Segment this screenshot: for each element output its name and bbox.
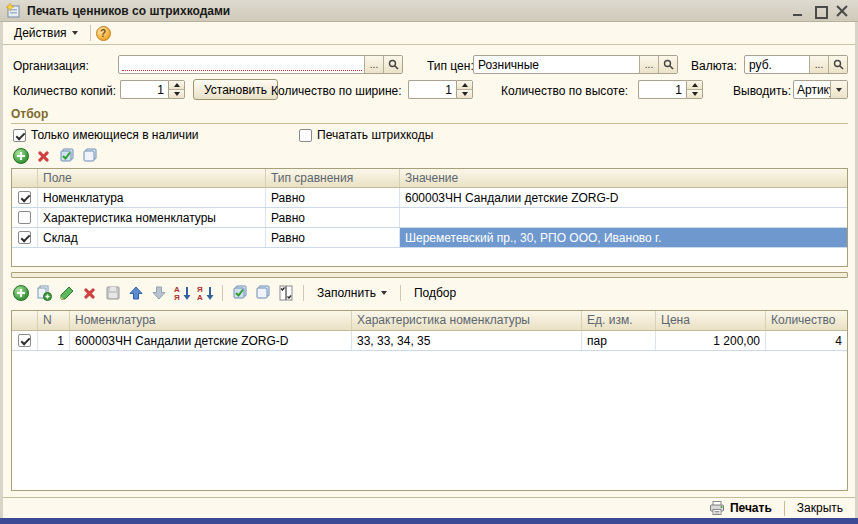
copies-up-icon[interactable] <box>169 81 184 90</box>
close-button[interactable]: Закрыть <box>793 500 847 516</box>
items-characteristic-column-header[interactable]: Характеристика номенклатуры <box>352 311 582 330</box>
print-button[interactable]: Печать <box>705 500 776 516</box>
organization-field[interactable]: ... <box>118 55 403 74</box>
items-table-header: N Номенклатура Характеристика номенклату… <box>12 311 847 331</box>
filter-value-column-header[interactable]: Значение <box>400 169 847 187</box>
copies-down-icon[interactable] <box>169 90 184 98</box>
filter-field-cell[interactable]: Номенклатура <box>38 188 266 207</box>
row-checkbox[interactable] <box>18 231 31 244</box>
only-available-checkbox[interactable] <box>13 129 26 142</box>
price-type-search-icon[interactable] <box>658 56 677 73</box>
maximize-icon[interactable] <box>814 5 826 17</box>
invert-flags-icon[interactable] <box>278 285 294 301</box>
organization-value <box>119 56 364 73</box>
items-unit-cell[interactable]: пар <box>582 331 656 350</box>
form-icon <box>6 3 21 18</box>
menu-separator <box>90 25 91 41</box>
row-checkbox[interactable] <box>18 211 31 224</box>
height-count-stepper[interactable]: 1 <box>638 80 703 99</box>
height-count-label: Количество по высоте: <box>501 84 628 98</box>
width-down-icon[interactable] <box>457 90 472 98</box>
filter-table: Поле Тип сравнения Значение Номенклатура… <box>11 168 848 267</box>
pick-button[interactable]: Подбор <box>410 285 460 301</box>
help-icon[interactable]: ? <box>96 26 111 41</box>
filter-field-cell[interactable]: Характеристика номенклатуры <box>38 208 266 227</box>
output-chevron-down-icon[interactable] <box>830 81 847 98</box>
print-barcodes-checkbox[interactable] <box>299 129 312 142</box>
filter-compare-cell[interactable]: Равно <box>266 188 400 207</box>
minimize-icon[interactable] <box>792 5 804 17</box>
filter-toolbar <box>13 146 98 166</box>
items-n-column-header[interactable]: N <box>38 311 70 330</box>
check-all-icon[interactable] <box>59 148 75 164</box>
width-count-value: 1 <box>408 80 456 99</box>
add-row-icon[interactable] <box>13 148 29 164</box>
add-copy-icon[interactable] <box>36 285 52 301</box>
fill-menu-button[interactable]: Заполнить <box>313 285 391 301</box>
items-unit-column-header[interactable]: Ед. изм. <box>582 311 656 330</box>
items-qty-column-header[interactable]: Количество <box>766 311 847 330</box>
items-flag-column-header[interactable] <box>12 311 38 330</box>
items-qty-cell[interactable]: 4 <box>766 331 847 350</box>
delete-row-icon[interactable] <box>36 148 52 164</box>
check-all-icon[interactable] <box>232 285 248 301</box>
close-icon[interactable] <box>836 5 848 17</box>
currency-search-icon[interactable] <box>828 56 847 73</box>
sort-ascending-icon[interactable]: АЯ <box>174 285 190 301</box>
organization-search-icon[interactable] <box>383 56 402 73</box>
filter-value-cell[interactable]: 600003ЧН Сандалии детские ZORG-D <box>400 188 847 207</box>
filter-value-cell[interactable]: Шереметевский пр., 30, РПО ООО, Иваново … <box>400 228 847 247</box>
set-button[interactable]: Установить <box>193 79 278 100</box>
add-row-icon[interactable] <box>13 285 29 301</box>
items-characteristic-cell[interactable]: 33, 33, 34, 35 <box>352 331 582 350</box>
output-dropdown[interactable]: Артикул <box>793 80 848 99</box>
table-row[interactable]: 1 600003ЧН Сандалии детские ZORG-D 33, 3… <box>12 331 847 351</box>
items-nomenclature-cell[interactable]: 600003ЧН Сандалии детские ZORG-D <box>70 331 352 350</box>
filter-compare-column-header[interactable]: Тип сравнения <box>266 169 400 187</box>
table-row[interactable]: Склад Равно Шереметевский пр., 30, РПО О… <box>12 228 847 248</box>
organization-ellipsis-button[interactable]: ... <box>364 56 383 73</box>
filter-compare-cell[interactable]: Равно <box>266 208 400 227</box>
splitter-handle[interactable] <box>11 272 848 278</box>
chevron-down-icon <box>381 291 387 295</box>
items-n-cell[interactable]: 1 <box>38 331 70 350</box>
fill-menu-label: Заполнить <box>317 286 376 300</box>
filter-compare-cell[interactable]: Равно <box>266 228 400 247</box>
price-type-value: Розничные <box>474 56 639 73</box>
filter-section-title: Отбор <box>11 107 48 121</box>
uncheck-all-icon[interactable] <box>82 148 98 164</box>
toolbar-separator <box>222 285 223 301</box>
filter-value-cell[interactable] <box>400 208 847 227</box>
width-up-icon[interactable] <box>457 81 472 90</box>
row-checkbox[interactable] <box>18 334 31 347</box>
footer-bar: Печать Закрыть <box>3 497 855 518</box>
row-checkbox[interactable] <box>18 191 31 204</box>
currency-field[interactable]: руб. ... <box>744 55 848 74</box>
copies-stepper[interactable]: 1 <box>120 80 185 99</box>
filter-field-column-header[interactable]: Поле <box>38 169 266 187</box>
currency-ellipsis-button[interactable]: ... <box>809 56 828 73</box>
table-row[interactable]: Номенклатура Равно 600003ЧН Сандалии дет… <box>12 188 847 208</box>
table-row[interactable]: Характеристика номенклатуры Равно <box>12 208 847 228</box>
price-type-ellipsis-button[interactable]: ... <box>639 56 658 73</box>
width-count-stepper[interactable]: 1 <box>408 80 473 99</box>
print-barcodes-checkbox-row[interactable]: Печатать штрихкоды <box>299 128 433 142</box>
delete-row-icon[interactable] <box>82 285 98 301</box>
items-price-cell[interactable]: 1 200,00 <box>656 331 766 350</box>
filter-field-cell[interactable]: Склад <box>38 228 266 247</box>
move-up-icon[interactable] <box>128 285 144 301</box>
actions-menu-button[interactable]: Действия <box>7 23 85 43</box>
items-nomenclature-column-header[interactable]: Номенклатура <box>70 311 352 330</box>
uncheck-all-icon[interactable] <box>255 285 271 301</box>
window: Печать ценников со штрихкодами Действия … <box>0 0 858 524</box>
items-price-column-header[interactable]: Цена <box>656 311 766 330</box>
output-value: Артикул <box>794 81 830 98</box>
height-down-icon[interactable] <box>687 90 702 98</box>
edit-pencil-icon[interactable] <box>59 285 75 301</box>
price-type-field[interactable]: Розничные ... <box>473 55 678 74</box>
sort-descending-icon[interactable]: ЯА <box>197 285 213 301</box>
toolbar-separator <box>400 285 401 301</box>
only-available-checkbox-row[interactable]: Только имеющиеся в наличии <box>13 128 199 142</box>
height-up-icon[interactable] <box>687 81 702 90</box>
filter-flag-column-header[interactable] <box>12 169 38 187</box>
